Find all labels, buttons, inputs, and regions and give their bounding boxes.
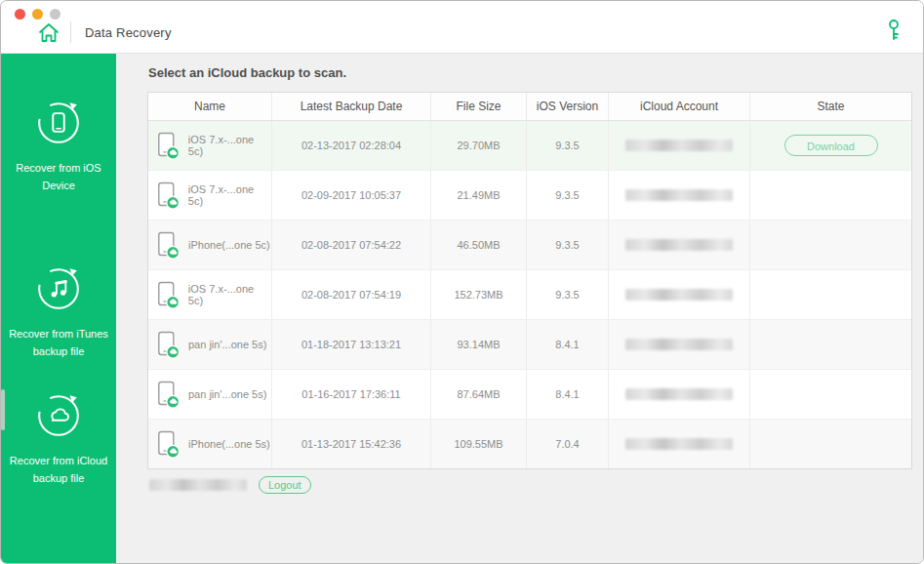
backup-name-cell: iOS 7.x-...one 5c) xyxy=(148,121,272,170)
redacted-account-text xyxy=(149,479,247,491)
redacted-account-text xyxy=(625,239,733,251)
backup-name-cell: pan jin'...one 5s) xyxy=(148,320,272,369)
column-header-latest-backup-date: Latest Backup Date xyxy=(272,93,431,120)
download-button[interactable]: Download xyxy=(784,135,878,156)
table-row[interactable]: pan jin'...one 5s) 01-18-2017 13:13:21 9… xyxy=(148,320,911,370)
table-row[interactable]: iOS 7.x-...one 5c) 02-09-2017 10:05:37 2… xyxy=(148,171,911,221)
header-divider xyxy=(70,21,71,43)
ios-device-circle-icon xyxy=(35,100,82,150)
backup-name-cell: iOS 7.x-...one 5c) xyxy=(148,270,272,319)
backup-date-cell: 02-08-2017 07:54:22 xyxy=(272,221,431,269)
column-header-name: Name xyxy=(148,93,272,120)
backup-table: Name Latest Backup Date File Size iOS Ve… xyxy=(147,92,912,469)
column-header-icloud-account: iCloud Account xyxy=(609,93,750,120)
sidebar-item-label: Recover from iTunes backup file xyxy=(1,325,116,360)
register-key-button[interactable] xyxy=(886,19,902,42)
backup-name-cell: pan jin'...one 5s) xyxy=(148,370,272,419)
backup-account-cell xyxy=(609,121,750,170)
sidebar-item-recover-itunes-backup[interactable]: Recover from iTunes backup file xyxy=(1,265,116,360)
backup-state-cell xyxy=(750,420,911,468)
phone-cloud-backup-icon xyxy=(155,230,181,260)
sidebar-scrollbar[interactable] xyxy=(1,389,5,430)
backup-size-cell: 87.64MB xyxy=(431,370,527,419)
backup-date-cell: 01-13-2017 15:42:36 xyxy=(272,420,431,468)
backup-date-cell: 02-09-2017 10:05:37 xyxy=(272,171,431,220)
sidebar-item-recover-icloud-backup[interactable]: Recover from iCloud backup file xyxy=(1,392,116,487)
backup-account-cell xyxy=(609,420,750,468)
sidebar-item-label: Recover from iCloud backup file xyxy=(1,452,116,487)
backup-name: pan jin'...one 5s) xyxy=(188,388,266,400)
itunes-circle-icon xyxy=(35,265,82,316)
logout-button[interactable]: Logout xyxy=(259,476,311,494)
backup-account-cell xyxy=(609,221,750,269)
page-heading: Select an iCloud backup to scan. xyxy=(148,65,346,80)
backup-name: pan jin'...one 5s) xyxy=(188,339,266,350)
backup-size-cell: 152.73MB xyxy=(431,270,527,319)
backup-name: iPhone(...one 5s) xyxy=(188,438,270,450)
minimize-button[interactable] xyxy=(32,9,43,20)
sidebar-item-recover-ios-device[interactable]: Recover from iOS Device xyxy=(1,100,116,194)
phone-cloud-backup-icon xyxy=(155,429,181,459)
main-content: Select an iCloud backup to scan. Name La… xyxy=(116,53,923,563)
redacted-account-text xyxy=(625,289,733,301)
backup-state-cell xyxy=(750,370,911,419)
home-button[interactable] xyxy=(36,20,61,46)
backup-size-cell: 46.50MB xyxy=(431,221,527,269)
backup-ios-version-cell: 9.3.5 xyxy=(527,270,609,319)
backup-account-cell xyxy=(609,320,750,369)
backup-state-cell xyxy=(750,320,911,369)
backup-ios-version-cell: 9.3.5 xyxy=(527,121,609,170)
table-row[interactable]: iOS 7.x-...one 5c) 02-13-2017 02:28:04 2… xyxy=(148,121,911,171)
backup-state-cell xyxy=(750,221,911,269)
column-header-file-size: File Size xyxy=(431,93,527,120)
backup-name-cell: iPhone(...one 5s) xyxy=(148,420,272,468)
backup-ios-version-cell: 8.4.1 xyxy=(527,320,609,369)
backup-name-cell: iPhone(...one 5c) xyxy=(148,221,272,269)
backup-size-cell: 93.14MB xyxy=(431,320,527,369)
backup-account-cell xyxy=(609,270,750,319)
phone-cloud-backup-icon xyxy=(155,280,181,309)
backup-state-cell: Download xyxy=(750,121,911,170)
backup-size-cell: 21.49MB xyxy=(431,171,527,220)
redacted-account-text xyxy=(625,140,733,151)
backup-ios-version-cell: 9.3.5 xyxy=(527,171,609,220)
backup-name: iPhone(...one 5c) xyxy=(188,239,270,251)
table-row[interactable]: pan jin'...one 5s) 01-16-2017 17:36:11 8… xyxy=(148,370,911,420)
backup-date-cell: 01-16-2017 17:36:11 xyxy=(272,370,431,419)
traffic-lights xyxy=(15,9,60,20)
key-icon xyxy=(886,19,902,42)
icloud-circle-icon xyxy=(35,392,82,443)
home-icon xyxy=(36,20,61,46)
table-header-row: Name Latest Backup Date File Size iOS Ve… xyxy=(148,93,911,121)
column-header-state: State xyxy=(750,93,911,120)
table-row[interactable]: iOS 7.x-...one 5c) 02-08-2017 07:54:19 1… xyxy=(148,270,911,320)
backup-ios-version-cell: 7.0.4 xyxy=(527,420,609,468)
sidebar-item-label: Recover from iOS Device xyxy=(1,159,116,194)
backup-account-cell xyxy=(609,171,750,220)
phone-cloud-backup-icon xyxy=(155,131,181,160)
table-row[interactable]: iPhone(...one 5c) 02-08-2017 07:54:22 46… xyxy=(148,221,911,270)
phone-cloud-backup-icon xyxy=(155,380,181,409)
redacted-account-text xyxy=(625,438,733,450)
redacted-account-text xyxy=(625,189,733,201)
backup-date-cell: 02-13-2017 02:28:04 xyxy=(272,121,431,170)
zoom-button xyxy=(50,9,60,20)
table-row[interactable]: iPhone(...one 5s) 01-13-2017 15:42:36 10… xyxy=(148,420,911,468)
backup-ios-version-cell: 8.4.1 xyxy=(527,370,609,419)
backup-account-cell xyxy=(609,370,750,419)
account-footer: Logout xyxy=(149,476,311,494)
backup-size-cell: 29.70MB xyxy=(431,121,527,170)
backup-state-cell xyxy=(750,171,911,220)
sidebar: Recover from iOS Device Recover from iTu… xyxy=(1,53,116,563)
backup-name: iOS 7.x-...one 5c) xyxy=(188,183,271,207)
backup-state-cell xyxy=(750,270,911,319)
backup-date-cell: 01-18-2017 13:13:21 xyxy=(272,320,431,369)
redacted-account-text xyxy=(625,339,733,350)
backup-ios-version-cell: 9.3.5 xyxy=(527,221,609,269)
redacted-account-text xyxy=(625,388,733,400)
page-title: Data Recovery xyxy=(85,25,172,40)
phone-cloud-backup-icon xyxy=(155,330,181,359)
phone-cloud-backup-icon xyxy=(155,181,181,210)
close-button[interactable] xyxy=(15,9,25,20)
column-header-ios-version: iOS Version xyxy=(527,93,609,120)
